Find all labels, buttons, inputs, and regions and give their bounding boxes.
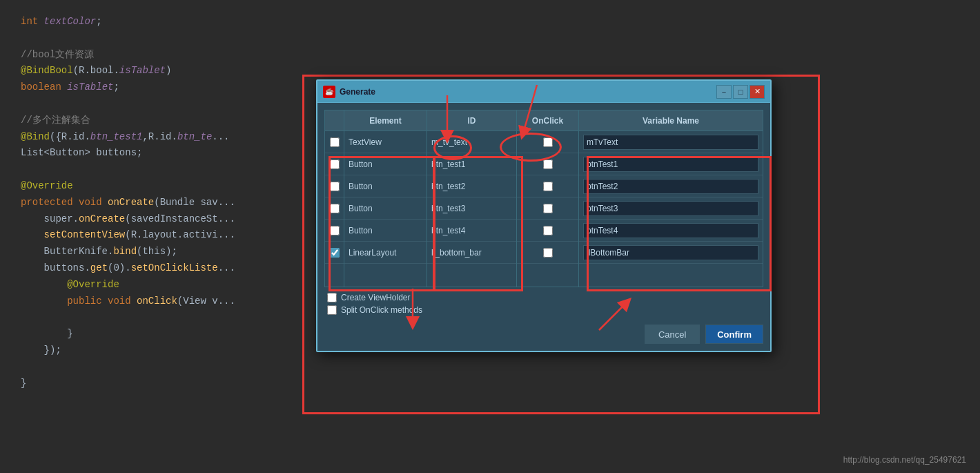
code-line bbox=[21, 359, 959, 376]
col-header-onclick: OnClick bbox=[517, 110, 578, 131]
check-row-5 bbox=[325, 242, 344, 264]
varname-input-3[interactable] bbox=[583, 201, 758, 216]
split-onclick-row: Split OnClick methods bbox=[327, 305, 763, 315]
id-row-0: m_tv_text bbox=[427, 131, 516, 153]
id-row-4: btn_test4 bbox=[427, 220, 516, 242]
viewholder-checkbox[interactable] bbox=[327, 293, 337, 302]
check-row-1 bbox=[325, 153, 344, 175]
split-onclick-label: Split OnClick methods bbox=[341, 305, 422, 315]
varname-input-5[interactable] bbox=[583, 245, 758, 260]
onclick-row-5 bbox=[517, 242, 578, 264]
blog-url: http://blog.csdn.net/qq_25497621 bbox=[843, 455, 966, 465]
checkbox-3[interactable] bbox=[330, 204, 340, 213]
varname-input-0[interactable] bbox=[583, 135, 758, 150]
column-check bbox=[325, 110, 344, 287]
id-row-1: btn_test1 bbox=[427, 153, 516, 175]
check-row-4 bbox=[325, 220, 344, 242]
onclick-check-4[interactable] bbox=[543, 226, 553, 235]
col-id-rows: m_tv_text btn_test1 btn_test2 btn_test3 … bbox=[427, 131, 516, 264]
varname-input-1[interactable] bbox=[583, 157, 758, 172]
onclick-row-4 bbox=[517, 220, 578, 242]
dialog-content: Element TextView Button Button Button Bu… bbox=[317, 103, 770, 351]
close-button[interactable]: ✕ bbox=[749, 85, 765, 99]
id-row-2: btn_test2 bbox=[427, 175, 516, 197]
dialog-title-left: ☕ Generate bbox=[323, 86, 375, 98]
check-row-0 bbox=[325, 131, 344, 153]
col-check-rows bbox=[325, 131, 344, 264]
code-line bbox=[21, 30, 959, 47]
col-header-varname: Variable Name bbox=[579, 110, 763, 131]
elements-table: Element TextView Button Button Button Bu… bbox=[324, 110, 763, 287]
onclick-row-3 bbox=[517, 197, 578, 220]
cancel-button[interactable]: Cancel bbox=[645, 325, 700, 344]
onclick-check-3[interactable] bbox=[543, 204, 553, 213]
col-varname-rows bbox=[579, 131, 763, 264]
onclick-check-2[interactable] bbox=[543, 182, 553, 191]
element-row-1: Button bbox=[344, 153, 427, 175]
split-onclick-checkbox[interactable] bbox=[327, 305, 337, 315]
checkbox-1[interactable] bbox=[330, 160, 340, 169]
restore-button[interactable]: □ bbox=[733, 85, 748, 99]
checkbox-5[interactable] bbox=[330, 248, 340, 258]
column-id: ID m_tv_text btn_test1 btn_test2 btn_tes… bbox=[427, 110, 517, 287]
element-row-0: TextView bbox=[344, 131, 427, 153]
dialog-titlebar: ☕ Generate − □ ✕ bbox=[317, 81, 770, 103]
checkbox-2[interactable] bbox=[330, 182, 340, 191]
check-row-2 bbox=[325, 175, 344, 197]
dialog-controls: − □ ✕ bbox=[716, 85, 765, 99]
column-varname: Variable Name bbox=[579, 110, 763, 287]
check-row-3 bbox=[325, 197, 344, 220]
id-row-5: ll_bottom_bar bbox=[427, 242, 516, 264]
varname-row-1 bbox=[579, 153, 763, 175]
code-line: } bbox=[21, 376, 959, 392]
element-row-3: Button bbox=[344, 197, 427, 220]
varname-row-4 bbox=[579, 220, 763, 242]
dialog-footer: Cancel Confirm bbox=[324, 322, 763, 344]
element-row-5: LinearLayout bbox=[344, 242, 427, 264]
column-element: Element TextView Button Button Button Bu… bbox=[344, 110, 427, 287]
dialog-title-text: Generate bbox=[340, 87, 375, 97]
code-line: //bool文件资源 bbox=[21, 47, 959, 64]
code-line: @BindBool(R.bool.isTablet) bbox=[21, 63, 959, 79]
varname-row-5 bbox=[579, 242, 763, 264]
col-header-check bbox=[325, 110, 344, 131]
varname-row-0 bbox=[579, 131, 763, 153]
onclick-check-0[interactable] bbox=[543, 137, 553, 147]
col-element-rows: TextView Button Button Button Button Lin… bbox=[344, 131, 427, 264]
id-row-3: btn_test3 bbox=[427, 197, 516, 220]
java-icon: ☕ bbox=[323, 86, 335, 98]
viewholder-label: Create ViewHolder bbox=[341, 293, 411, 302]
varname-row-2 bbox=[579, 175, 763, 197]
bottom-checkboxes: Create ViewHolder Split OnClick methods bbox=[324, 293, 763, 315]
col-header-id: ID bbox=[427, 110, 516, 131]
column-onclick: OnClick bbox=[517, 110, 579, 287]
onclick-check-1[interactable] bbox=[543, 160, 553, 169]
varname-row-3 bbox=[579, 197, 763, 220]
minimize-button[interactable]: − bbox=[716, 85, 732, 99]
onclick-check-5[interactable] bbox=[543, 248, 553, 258]
code-line: int textColor; bbox=[21, 14, 959, 30]
confirm-button[interactable]: Confirm bbox=[705, 325, 763, 344]
onclick-row-1 bbox=[517, 153, 578, 175]
dialog-window: ☕ Generate − □ ✕ bbox=[316, 79, 772, 352]
varname-input-2[interactable] bbox=[583, 179, 758, 194]
checkbox-4[interactable] bbox=[330, 226, 340, 235]
viewholder-row: Create ViewHolder bbox=[327, 293, 763, 302]
col-onclick-rows bbox=[517, 131, 578, 264]
element-row-4: Button bbox=[344, 220, 427, 242]
varname-input-4[interactable] bbox=[583, 223, 758, 238]
checkbox-0[interactable] bbox=[330, 137, 340, 147]
col-header-element: Element bbox=[344, 110, 427, 131]
element-row-2: Button bbox=[344, 175, 427, 197]
onclick-row-2 bbox=[517, 175, 578, 197]
onclick-row-0 bbox=[517, 131, 578, 153]
